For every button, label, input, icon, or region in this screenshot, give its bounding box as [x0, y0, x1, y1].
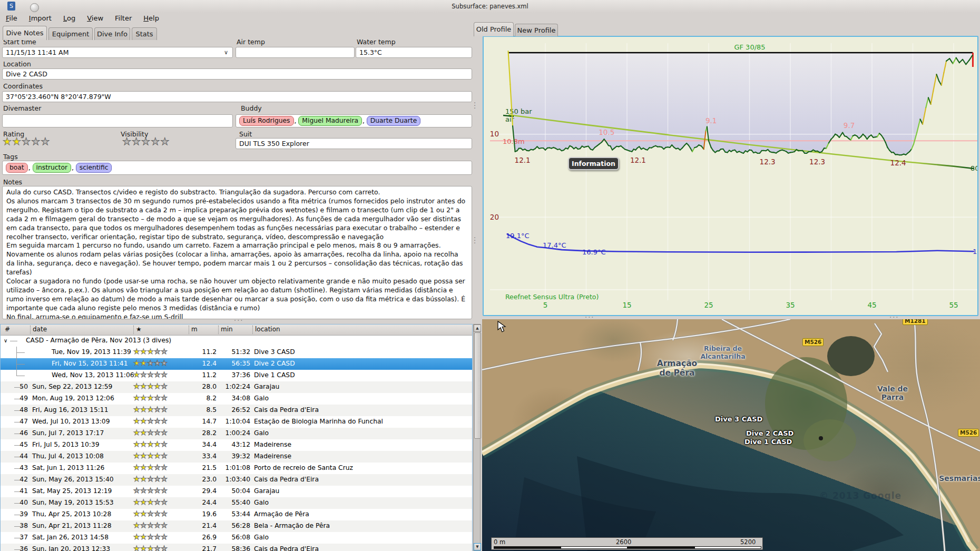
chevron-down-icon[interactable]: ∨	[224, 49, 228, 56]
table-row[interactable]: 39Thu, Apr 25, 2013 10:28★★★★★19.653:44A…	[1, 509, 472, 520]
title-bar[interactable]: S Subsurface: paneves.xml	[0, 0, 980, 13]
table-row[interactable]: 41Sat, May 25, 2013 12:19★★★★★29.450:04G…	[1, 486, 472, 497]
menu-import[interactable]: Import	[27, 13, 54, 23]
column-header-4[interactable]: min	[218, 326, 233, 334]
tab-dive-info[interactable]: Dive Info	[94, 27, 130, 40]
menu-log[interactable]: Log	[61, 13, 77, 23]
star-filled-icon: ★	[140, 359, 147, 367]
notes-textarea[interactable]: Aula do curso CASD. Transectos c/video e…	[2, 186, 472, 319]
table-row[interactable]: 44Thu, Jul 4, 2013 10:08★★★★★33.439:32Ma…	[1, 451, 472, 463]
dive-list-scrollbar[interactable]: ▲ ▼	[473, 324, 481, 551]
tab-stats[interactable]: Stats	[132, 27, 157, 40]
table-row[interactable]: Wed, Nov 13, 2013 11:06★★★★★11.237:36Div…	[1, 370, 472, 381]
table-row[interactable]: 47Wed, Jul 10, 2013 13:09★★★★★14.71:10:0…	[1, 416, 472, 428]
star-filled-icon: ★	[154, 451, 161, 460]
column-header-3[interactable]: m	[189, 326, 198, 334]
air-temp-input[interactable]	[236, 47, 355, 58]
table-row[interactable]: 46Sun, Jul 7, 2013 17:17★★★★★28.21:00:24…	[1, 428, 472, 439]
collapse-caret[interactable]: ∨	[4, 338, 7, 343]
pressure-end-label: 80	[971, 164, 977, 172]
scroll-up-button[interactable]: ▲	[474, 324, 481, 332]
table-row[interactable]: 40Sun, May 19, 2013 15:53★★★★★24.455:40G…	[1, 497, 472, 509]
tag-pill[interactable]: Luís Rodrigues	[239, 116, 294, 126]
map-scale-bar: 0 m26005200	[491, 537, 763, 550]
suit-input[interactable]: DUI TLS 350 Explorer	[236, 138, 472, 149]
star-filled-icon: ★	[133, 521, 140, 529]
divemaster-input[interactable]	[2, 114, 233, 127]
table-row[interactable]: 38Sun, Apr 21, 2013 11:28★★★★★21.456:28B…	[1, 520, 472, 532]
dive-group-row[interactable]: ∨CASD - Armação de Pêra, Nov 2013 (3 div…	[1, 335, 472, 347]
rating-stars[interactable]: ★★★★★	[3, 135, 50, 147]
tag-pill[interactable]: Duarte Duarte	[367, 116, 420, 126]
visibility-stars[interactable]: ★★★★★	[122, 135, 170, 147]
vertical-splitter-handle[interactable]: ···	[474, 237, 477, 244]
dive-computer-label: Reefnet Sensus Ultra (Preto)	[505, 293, 599, 301]
star-empty-icon: ★	[161, 463, 168, 471]
star-filled-icon: ★	[147, 451, 154, 460]
tags-label: Tags	[3, 153, 18, 161]
table-row[interactable]: 37Sat, Jan 26, 2013 14:58★★★★★26.956:08G…	[1, 532, 472, 544]
map-place-label: Ribeira de Alcantarilha	[681, 345, 765, 360]
star-filled-icon: ★	[140, 440, 147, 448]
table-row[interactable]: 50Sun, Sep 22, 2013 12:59★★★★★28.01:02:2…	[1, 381, 472, 393]
column-header-2[interactable]: ★	[133, 326, 142, 334]
divemaster-label: Divemaster	[3, 104, 41, 112]
star-empty-icon: ★	[31, 135, 41, 147]
table-row[interactable]: 36Sun, Jan 20, 2013 12:33★★★★★21.758:36C…	[1, 544, 472, 551]
table-row[interactable]: Tue, Nov 19, 2013 11:39★★★★★11.251:32Div…	[1, 347, 472, 358]
column-header-1[interactable]: date	[30, 326, 47, 334]
table-row[interactable]: 42Sun, May 26, 2013 15:40★★★★★23.01:03:4…	[1, 474, 472, 486]
tab-new-profile[interactable]: New Profile	[515, 24, 558, 36]
tag-pill[interactable]: boat	[6, 163, 28, 173]
tag-pill[interactable]: Miguel Madureira	[298, 116, 362, 126]
buddy-input[interactable]: Luís Rodrigues, Miguel Madureira, Duarte…	[236, 114, 472, 127]
menu-view[interactable]: View	[85, 13, 105, 23]
menu-help[interactable]: Help	[141, 13, 161, 23]
column-header-5[interactable]: location	[252, 326, 280, 334]
star-empty-icon: ★	[147, 417, 154, 425]
road-badge: M526	[802, 338, 824, 346]
column-header-0[interactable]: #	[3, 326, 10, 334]
star-filled-icon: ★	[147, 393, 154, 402]
star-filled-icon: ★	[133, 475, 140, 483]
scale-segment	[694, 546, 761, 549]
information-tooltip[interactable]: Information	[568, 157, 619, 170]
tab-equipment[interactable]: Equipment	[48, 27, 93, 40]
star-filled-icon: ★	[154, 382, 161, 390]
mouse-cursor	[498, 321, 505, 332]
tab-dive-notes[interactable]: Dive Notes	[3, 26, 47, 40]
start-time-combo[interactable]: 11/15/13 11:41 AM ∨	[2, 47, 233, 58]
table-row[interactable]: 43Sat, Jun 1, 2013 11:26★★★★★21.51:01:08…	[1, 463, 472, 474]
map-place-label: Vale de Parra	[850, 385, 935, 401]
scrollbar-thumb[interactable]	[474, 332, 481, 439]
dive-profile-chart[interactable]: 10.8m150 barair8019.1°C17.4°C16.9°C16GF …	[483, 36, 978, 316]
tags-input[interactable]: boat, instructor, scientific	[2, 161, 472, 175]
dive-site-map[interactable]: Armação de PêraRibeira de AlcantarilhaVa…	[482, 319, 980, 551]
tag-pill[interactable]: scientific	[76, 163, 112, 173]
star-empty-icon: ★	[41, 135, 50, 147]
menu-file[interactable]: File	[4, 13, 19, 23]
table-row[interactable]: 45Fri, Jul 5, 2013 10:39★★★★★34.443:12Ma…	[1, 439, 472, 451]
tag-pill[interactable]: instructor	[33, 163, 71, 173]
dive-site-label: Dive 1 CASD	[744, 438, 792, 446]
dive-list-header[interactable]: #date★mminlocation	[1, 324, 472, 336]
location-input[interactable]: Dive 2 CASD	[2, 68, 472, 80]
star-filled-icon: ★	[133, 359, 140, 367]
time-tick: 45	[867, 301, 876, 309]
menu-filter[interactable]: Filter	[113, 13, 134, 23]
vertical-splitter-handle[interactable]: ···	[474, 102, 477, 110]
coordinates-input[interactable]: 37°05'23.460"N 8°20'47.879"W	[2, 91, 472, 102]
table-row[interactable]: 49Mon, Aug 19, 2013 12:06★★★★★8.234:08Ga…	[1, 393, 472, 405]
location-label: Location	[3, 60, 31, 68]
dive-site-marker	[819, 436, 823, 440]
scroll-down-button[interactable]: ▼	[474, 543, 481, 550]
star-filled-icon: ★	[133, 498, 140, 506]
tab-old-profile[interactable]: Old Profile	[474, 22, 514, 36]
star-empty-icon: ★	[160, 135, 170, 147]
table-row[interactable]: Fri, Nov 15, 2013 11:41★★★★★12.456:35Div…	[1, 358, 472, 370]
table-row[interactable]: 48Fri, Aug 16, 2013 15:11★★★★★8.526:52Ca…	[1, 405, 472, 416]
water-temp-label: Water temp	[357, 38, 396, 46]
time-tick: 5	[543, 301, 548, 309]
water-temp-input[interactable]: 15.3°C	[356, 47, 472, 58]
splitter-handle[interactable]: ···	[234, 317, 243, 324]
